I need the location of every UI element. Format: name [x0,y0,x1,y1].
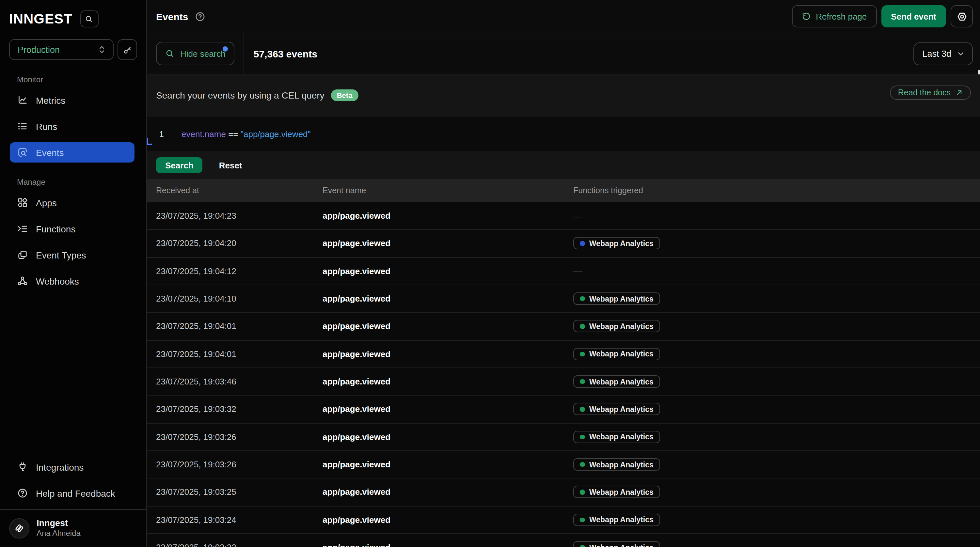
hide-search-label: Hide search [180,49,226,59]
function-list-icon [17,223,28,234]
functions-cell: Webapp Analytics [573,403,980,415]
sidebar-item-label: Apps [36,197,57,208]
function-badge[interactable]: Webapp Analytics [573,431,660,443]
table-row[interactable]: 23/07/2025, 19:04:01 app/page.viewed Web… [147,340,980,368]
table-row[interactable]: 23/07/2025, 19:03:25 app/page.viewed Web… [147,479,980,507]
sidebar-item-runs[interactable]: Runs [10,116,135,137]
table-row[interactable]: 23/07/2025, 19:03:46 app/page.viewed Web… [147,368,980,396]
event-name-cell: app/page.viewed [323,487,573,497]
global-search-button[interactable] [80,10,99,27]
function-name: Webapp Analytics [589,323,654,330]
status-dot-blue [580,241,585,246]
time-range-selector[interactable]: Last 3d [913,42,973,65]
events-count: 57,363 events [254,48,317,59]
read-the-docs-button[interactable]: Read the docs [890,86,971,100]
sidebar-section-monitor: Monitor [0,75,146,85]
status-dot-green [580,462,585,467]
refresh-page-button[interactable]: Refresh page [792,5,877,27]
profile-menu[interactable]: Inngest Ana Almeida [0,510,146,547]
cel-query-editor[interactable]: 1 event.name == "app/page.viewed" [147,117,980,151]
function-badge[interactable]: Webapp Analytics [573,541,660,547]
event-name-cell: app/page.viewed [323,432,573,442]
toolbar-left-group: Hide search [156,33,245,74]
sidebar-section-manage: Manage [0,178,146,187]
event-search-icon [17,147,28,158]
sidebar-item-metrics[interactable]: Metrics [10,90,135,110]
panel-heading-row: Search your events by using a CEL query … [147,75,980,101]
webhook-icon [17,275,28,286]
key-icon [123,45,132,54]
table-row[interactable]: 23/07/2025, 19:04:20 app/page.viewed Web… [147,230,980,258]
functions-cell: Webapp Analytics [573,237,980,250]
functions-cell: — [573,210,980,221]
event-keys-button[interactable] [118,39,137,60]
sidebar-item-label: Functions [36,224,75,234]
org-avatar [9,518,29,539]
sidebar-item-webhooks[interactable]: Webhooks [10,271,135,291]
function-badge[interactable]: Webapp Analytics [573,237,660,250]
send-event-button[interactable]: Send event [881,5,946,27]
sidebar-item-events[interactable]: Events [10,142,135,162]
chevron-down-icon [956,49,965,58]
panel-heading: Search your events by using a CEL query [156,90,325,100]
functions-cell: Webapp Analytics [573,348,980,360]
inngest-logo: INNGEST [9,11,72,27]
functions-cell: Webapp Analytics [573,486,980,498]
chevrons-up-down-icon [97,45,107,54]
environment-selector[interactable]: Production [9,39,114,60]
function-name: Webapp Analytics [589,378,654,385]
function-badge[interactable]: Webapp Analytics [573,293,660,305]
function-name: Webapp Analytics [589,295,654,302]
function-badge[interactable]: Webapp Analytics [573,403,660,415]
sidebar-item-help-and-feedback[interactable]: Help and Feedback [10,483,135,503]
table-row[interactable]: 23/07/2025, 19:04:10 app/page.viewed Web… [147,285,980,313]
function-badge[interactable]: Webapp Analytics [573,514,660,526]
panel-actions: Search Reset [156,157,980,173]
table-row[interactable]: 23/07/2025, 19:03:32 app/page.viewed Web… [147,396,980,424]
settings-button[interactable] [951,5,973,27]
status-dot-green [580,324,585,329]
sidebar-item-functions[interactable]: Functions [10,219,135,239]
status-dot-green [580,379,585,384]
app-root: INNGEST Production Monitor [0,0,980,547]
table-row[interactable]: 23/07/2025, 19:04:23 app/page.viewed — [147,202,980,230]
sidebar-item-apps[interactable]: Apps [10,192,135,213]
table-row[interactable]: 23/07/2025, 19:03:24 app/page.viewed Web… [147,506,980,534]
function-badge[interactable]: Webapp Analytics [573,320,660,332]
main-content: Events Refresh page Send event [147,0,980,547]
function-badge[interactable]: Webapp Analytics [573,486,660,498]
function-badge[interactable]: Webapp Analytics [573,375,660,388]
search-button[interactable]: Search [156,157,203,173]
table-header: Received at Event name Functions trigger… [147,179,980,202]
notification-dot [223,46,228,52]
sidebar-item-integrations[interactable]: Integrations [10,457,135,477]
received-at-cell: 23/07/2025, 19:04:23 [156,211,323,221]
header-actions: Refresh page Send event [792,5,973,27]
table-row[interactable]: 23/07/2025, 19:04:12 app/page.viewed — [147,258,980,285]
table-row[interactable]: 23/07/2025, 19:04:01 app/page.viewed Web… [147,313,980,341]
table-row[interactable]: 23/07/2025, 19:03:26 app/page.viewed Web… [147,423,980,451]
search-icon [85,15,94,23]
function-badge[interactable]: Webapp Analytics [573,348,660,360]
page-help-icon[interactable] [194,11,206,22]
cel-search-panel: Search your events by using a CEL query … [147,75,980,179]
status-dot-green [580,517,585,522]
received-at-cell: 23/07/2025, 19:03:46 [156,377,323,386]
function-name: Webapp Analytics [589,516,654,524]
hide-search-button[interactable]: Hide search [156,42,235,65]
received-at-cell: 23/07/2025, 19:04:10 [156,294,323,304]
received-at-cell: 23/07/2025, 19:04:01 [156,349,323,359]
table-row[interactable]: 23/07/2025, 19:03:23 app/page.viewed Web… [147,534,980,547]
sidebar-item-event-types[interactable]: Event Types [10,245,135,265]
time-range-value: Last 3d [922,49,951,59]
sidebar-item-label: Webhooks [36,276,79,286]
functions-cell: Webapp Analytics [573,293,980,305]
copy-squares-icon [17,250,28,261]
function-badge[interactable]: Webapp Analytics [573,458,660,471]
user-name: Ana Almeida [37,529,81,539]
event-name-cell: app/page.viewed [323,404,573,414]
status-dot-green [580,296,585,301]
reset-button[interactable]: Reset [219,160,242,170]
cel-query-code: event.name == "app/page.viewed" [181,129,311,139]
table-row[interactable]: 23/07/2025, 19:03:26 app/page.viewed Web… [147,451,980,479]
